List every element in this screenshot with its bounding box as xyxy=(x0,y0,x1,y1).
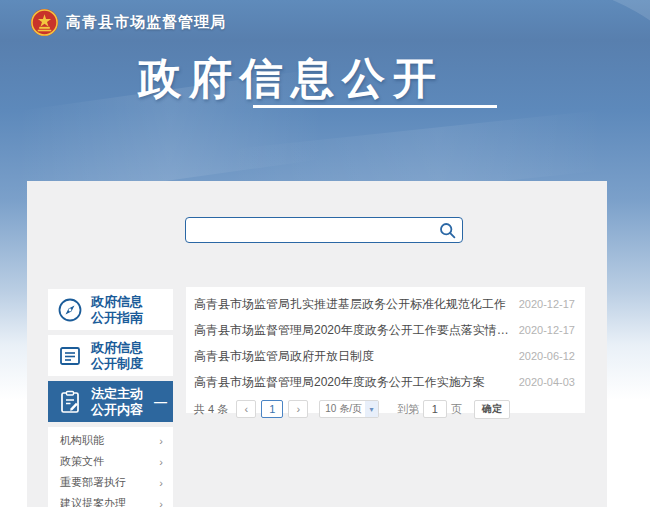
goto-page-suffix: 页 xyxy=(451,402,462,417)
compass-icon xyxy=(57,297,83,323)
chevron-down-icon: ▾ xyxy=(365,401,378,417)
chevron-right-icon: › xyxy=(159,456,163,468)
sidebar-item-disclosure-system[interactable]: 政府信息 公开制度 xyxy=(48,335,173,376)
confirm-button[interactable]: 确定 xyxy=(474,400,510,419)
content-panel: 政府信息 公开指南 政府信息 公开制度 xyxy=(27,181,607,507)
news-item[interactable]: 高青县市场监管局政府开放日制度 2020-06-12 xyxy=(194,343,575,369)
sidebar-item-label: 法定主动 公开内容 xyxy=(91,386,143,418)
search-button[interactable] xyxy=(432,218,462,242)
pagination-total: 共 4 条 xyxy=(194,402,228,417)
search-input[interactable] xyxy=(186,218,432,242)
sidebar-submenu: 机构职能 › 政策文件 › 重要部署执行 › 建议提案办理 › xyxy=(48,427,173,507)
news-title-link[interactable]: 高青县市场监督管理局2020年度政务公开工作实施方案 xyxy=(194,374,519,391)
sidebar-item-label: 政府信息 公开制度 xyxy=(91,340,143,372)
prev-page-button[interactable]: ‹ xyxy=(236,400,256,418)
clipboard-pencil-icon xyxy=(57,389,83,415)
search-bar xyxy=(185,217,463,243)
national-emblem-logo xyxy=(30,8,59,37)
news-title-link[interactable]: 高青县市场监督管理局2020年度政务公开工作要点落实情况报告 xyxy=(194,322,519,339)
document-list-icon xyxy=(57,343,83,369)
news-date: 2020-04-03 xyxy=(519,376,575,388)
news-list: 高青县市场监管局扎实推进基层政务公开标准化规范化工作 2020-12-17 高青… xyxy=(186,287,585,413)
page-size-select[interactable]: 10 条/页 ▾ xyxy=(319,400,379,418)
news-item[interactable]: 高青县市场监督管理局2020年度政务公开工作实施方案 2020-04-03 xyxy=(194,369,575,395)
sidebar: 政府信息 公开指南 政府信息 公开制度 xyxy=(48,289,173,507)
chevron-right-icon: › xyxy=(159,477,163,489)
current-page-button[interactable]: 1 xyxy=(261,400,283,418)
news-date: 2020-12-17 xyxy=(519,324,575,336)
news-date: 2020-06-12 xyxy=(519,350,575,362)
submenu-item-org-functions[interactable]: 机构职能 › xyxy=(48,430,173,451)
chevron-right-icon: › xyxy=(159,435,163,447)
search-icon xyxy=(439,222,456,239)
news-title-link[interactable]: 高青县市场监管局政府开放日制度 xyxy=(194,348,519,365)
submenu-item-policy-documents[interactable]: 政策文件 › xyxy=(48,451,173,472)
collapse-minus-icon[interactable]: — xyxy=(154,394,167,409)
chevron-right-icon: › xyxy=(159,498,163,507)
page-background: 高青县市场监督管理局 政府信息公开 xyxy=(0,0,650,507)
news-item[interactable]: 高青县市场监督管理局2020年度政务公开工作要点落实情况报告 2020-12-1… xyxy=(194,317,575,343)
goto-page-input[interactable] xyxy=(423,400,447,418)
title-underline xyxy=(253,105,497,108)
submenu-item-proposal-handling[interactable]: 建议提案办理 › xyxy=(48,493,173,507)
news-date: 2020-12-17 xyxy=(519,298,575,310)
news-title-link[interactable]: 高青县市场监管局扎实推进基层政务公开标准化规范化工作 xyxy=(194,296,519,313)
goto-page-label: 到第 xyxy=(397,402,419,417)
next-page-button[interactable]: › xyxy=(288,400,308,418)
news-item[interactable]: 高青县市场监管局扎实推进基层政务公开标准化规范化工作 2020-12-17 xyxy=(194,291,575,317)
pagination: 共 4 条 ‹ 1 › 10 条/页 ▾ 到第 页 确定 xyxy=(194,397,575,421)
page-title: 政府信息公开 xyxy=(138,50,444,108)
sidebar-item-statutory-disclosure[interactable]: 法定主动 公开内容 — xyxy=(48,381,173,422)
submenu-item-key-deployment[interactable]: 重要部署执行 › xyxy=(48,472,173,493)
sidebar-item-disclosure-guide[interactable]: 政府信息 公开指南 xyxy=(48,289,173,330)
header: 高青县市场监督管理局 xyxy=(30,8,226,37)
agency-name: 高青县市场监督管理局 xyxy=(66,13,226,32)
sidebar-item-label: 政府信息 公开指南 xyxy=(91,294,143,326)
